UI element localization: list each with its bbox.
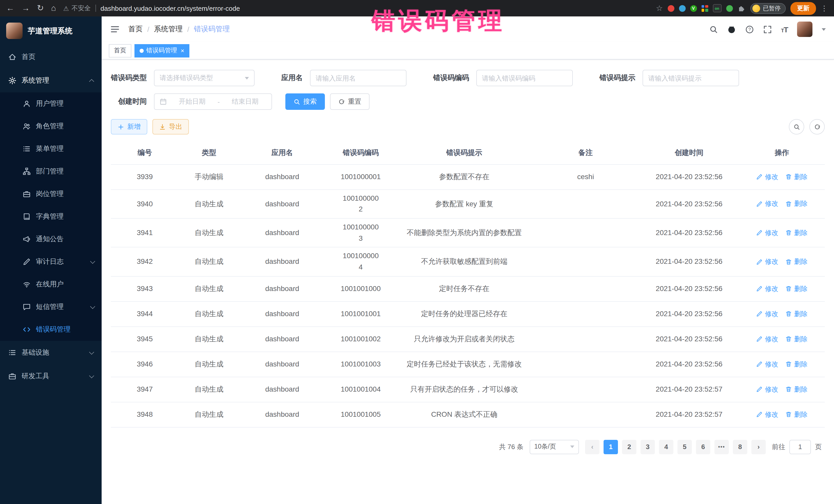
page-button[interactable]: 1 (603, 440, 618, 454)
error-hint-input[interactable] (642, 70, 739, 86)
app-name-input[interactable] (310, 70, 407, 86)
page-button[interactable]: 5 (678, 440, 692, 454)
sidebar-item-sms[interactable]: 短信管理 (0, 295, 102, 318)
extension-on-badge[interactable]: on (712, 4, 721, 12)
update-button[interactable]: 更新 (790, 2, 816, 15)
edit-link[interactable]: 修改 (756, 199, 778, 209)
chevron-down-icon[interactable] (822, 28, 826, 30)
breadcrumb-home[interactable]: 首页 (128, 25, 143, 34)
delete-link[interactable]: 删除 (786, 384, 808, 394)
edit-link[interactable]: 修改 (756, 172, 778, 182)
app-logo[interactable]: 芋道管理系统 (0, 17, 102, 45)
url-text[interactable]: dashboard.yudao.iocoder.cn/system/error-… (101, 4, 240, 12)
range-separator: - (218, 98, 220, 106)
sidebar-item-departments[interactable]: 部门管理 (0, 160, 102, 183)
warning-icon: ⚠ (63, 4, 69, 12)
breadcrumb-system[interactable]: 系统管理 (154, 25, 183, 34)
error-type-select[interactable]: 请选择错误码类型 (154, 70, 255, 86)
sidebar-item-system[interactable]: 系统管理 (0, 69, 102, 92)
sidebar-item-error-code[interactable]: 错误码管理 (0, 318, 102, 341)
sidebar-item-dictionary[interactable]: 字典管理 (0, 205, 102, 228)
edit-link[interactable]: 修改 (756, 359, 778, 369)
sidebar-item-users[interactable]: 用户管理 (0, 92, 102, 115)
security-warning[interactable]: ⚠ 不安全 (63, 4, 91, 13)
fullscreen-icon[interactable] (763, 25, 772, 34)
font-size-icon[interactable]: TT (781, 25, 788, 34)
sidebar-item-infrastructure[interactable]: 基础设施 (0, 341, 102, 365)
browser-menu-icon[interactable]: ⋮ (821, 4, 828, 12)
edit-link[interactable]: 修改 (756, 257, 778, 267)
extension-icon[interactable] (679, 5, 685, 12)
date-range-picker[interactable]: 开始日期 - 结束日期 (154, 93, 272, 110)
sidebar-item-devtools[interactable]: 研发工具 (0, 365, 102, 388)
delete-link[interactable]: 删除 (786, 309, 808, 319)
show-search-button[interactable] (789, 119, 804, 134)
edit-link[interactable]: 修改 (756, 409, 778, 420)
cell-time: 2021-04-20 23:52:56 (639, 198, 739, 210)
delete-link[interactable]: 删除 (786, 257, 808, 267)
chevron-down-icon (90, 258, 95, 264)
extension-icon[interactable] (726, 5, 733, 12)
sidebar-item-online-users[interactable]: 在线用户 (0, 273, 102, 295)
puzzle-extensions-icon[interactable] (737, 4, 745, 12)
more-pages-button[interactable]: ••• (715, 440, 729, 454)
delete-label: 删除 (794, 334, 808, 344)
reset-button[interactable]: 重置 (330, 93, 370, 110)
delete-link[interactable]: 删除 (786, 359, 808, 369)
sidebar-item-roles[interactable]: 角色管理 (0, 115, 102, 137)
cell-id: 3945 (111, 334, 179, 345)
github-icon[interactable] (727, 25, 736, 34)
delete-link[interactable]: 删除 (786, 284, 808, 294)
edit-link[interactable]: 修改 (756, 334, 778, 344)
sidebar-item-home[interactable]: 首页 (0, 45, 102, 69)
cell-code: 100100000 2 (325, 193, 396, 215)
tags-view-bar: 首页 错误码管理 × (102, 42, 834, 60)
sidebar-item-menus[interactable]: 菜单管理 (0, 137, 102, 160)
refresh-table-button[interactable] (809, 119, 825, 134)
extension-icon[interactable]: V (690, 5, 697, 12)
add-button[interactable]: 新增 (111, 119, 147, 134)
page-button[interactable]: 3 (640, 440, 655, 454)
sidebar-item-announcements[interactable]: 通知公告 (0, 228, 102, 250)
paused-badge[interactable]: 已暂停 (750, 3, 786, 14)
refresh-icon[interactable]: ↻ (37, 4, 44, 12)
tag-home[interactable]: 首页 (109, 44, 131, 57)
page-size-select[interactable]: 10条/页 (530, 440, 579, 454)
browser-home-icon[interactable]: ⌂ (51, 4, 56, 12)
back-icon[interactable]: ← (6, 4, 14, 12)
page-button[interactable]: 8 (733, 440, 747, 454)
page-button[interactable]: 2 (622, 440, 636, 454)
address-bar[interactable]: ⚠ 不安全 dashboard.yudao.iocoder.cn/system/… (63, 4, 649, 13)
search-icon[interactable] (709, 25, 718, 34)
help-icon[interactable] (745, 25, 754, 34)
page-button[interactable]: 6 (696, 440, 710, 454)
sidebar-item-positions[interactable]: 岗位管理 (0, 183, 102, 205)
page-button[interactable]: 4 (659, 440, 673, 454)
search-button[interactable]: 搜索 (285, 93, 325, 110)
cell-hint: 定时任务已经处于该状态，无需修改 (396, 359, 532, 370)
delete-link[interactable]: 删除 (786, 409, 808, 420)
bookmark-star-icon[interactable]: ☆ (656, 4, 663, 13)
export-button[interactable]: 导出 (152, 119, 189, 134)
error-code-input[interactable] (476, 70, 573, 86)
extension-icon[interactable] (667, 5, 674, 12)
edit-link[interactable]: 修改 (756, 309, 778, 319)
edit-link[interactable]: 修改 (756, 227, 778, 238)
delete-link[interactable]: 删除 (786, 199, 808, 209)
close-icon[interactable]: × (181, 47, 184, 54)
goto-page-input[interactable] (789, 440, 811, 454)
hamburger-icon[interactable] (110, 24, 120, 35)
edit-link[interactable]: 修改 (756, 384, 778, 394)
delete-link[interactable]: 删除 (786, 227, 808, 238)
prev-page-button[interactable]: ‹ (585, 440, 599, 454)
delete-link[interactable]: 删除 (786, 172, 808, 182)
edit-link[interactable]: 修改 (756, 284, 778, 294)
forward-icon[interactable]: → (22, 4, 30, 12)
trash-icon (786, 386, 792, 393)
tag-error-code[interactable]: 错误码管理 × (134, 44, 190, 57)
sidebar-item-audit-log[interactable]: 审计日志 (0, 250, 102, 273)
delete-link[interactable]: 删除 (786, 334, 808, 344)
avatar[interactable] (797, 22, 812, 37)
extension-grid-icon[interactable] (701, 5, 708, 12)
next-page-button[interactable]: › (751, 440, 766, 454)
